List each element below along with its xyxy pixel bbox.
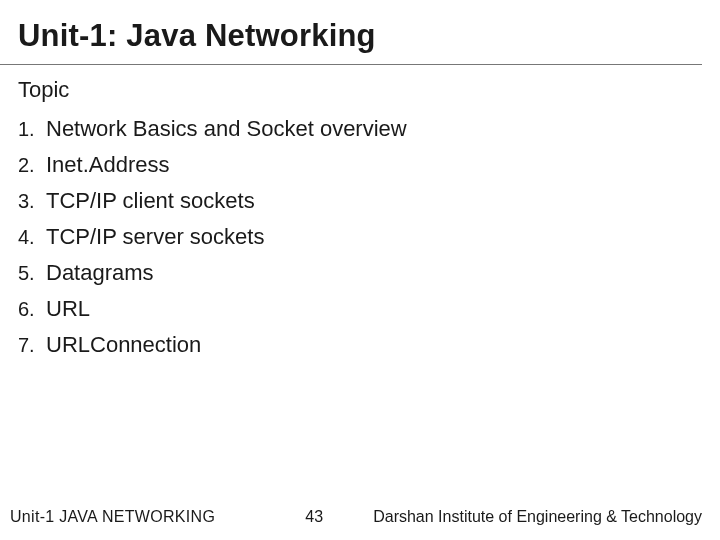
list-item: 2.Inet.Address (18, 147, 720, 183)
footer-left: Unit-1 JAVA NETWORKING (10, 508, 215, 526)
list-text: Datagrams (46, 260, 154, 286)
slide-footer: Unit-1 JAVA NETWORKING 43 Darshan Instit… (0, 508, 720, 526)
list-number: 3. (18, 190, 46, 213)
footer-right: Darshan Institute of Engineering & Techn… (373, 508, 702, 526)
list-item: 3.TCP/IP client sockets (18, 183, 720, 219)
list-text: URL (46, 296, 90, 322)
topic-heading: Topic (0, 65, 720, 111)
list-text: Inet.Address (46, 152, 170, 178)
list-number: 6. (18, 298, 46, 321)
topic-list: 1.Network Basics and Socket overview 2.I… (0, 111, 720, 363)
list-number: 1. (18, 118, 46, 141)
slide-title: Unit-1: Java Networking (0, 0, 702, 65)
list-item: 6.URL (18, 291, 720, 327)
list-number: 2. (18, 154, 46, 177)
list-number: 7. (18, 334, 46, 357)
list-item: 4.TCP/IP server sockets (18, 219, 720, 255)
list-item: 1.Network Basics and Socket overview (18, 111, 720, 147)
list-number: 4. (18, 226, 46, 249)
list-number: 5. (18, 262, 46, 285)
list-text: TCP/IP client sockets (46, 188, 255, 214)
footer-page-number: 43 (215, 508, 373, 526)
list-item: 7.URLConnection (18, 327, 720, 363)
list-item: 5.Datagrams (18, 255, 720, 291)
list-text: Network Basics and Socket overview (46, 116, 407, 142)
list-text: URLConnection (46, 332, 201, 358)
list-text: TCP/IP server sockets (46, 224, 264, 250)
